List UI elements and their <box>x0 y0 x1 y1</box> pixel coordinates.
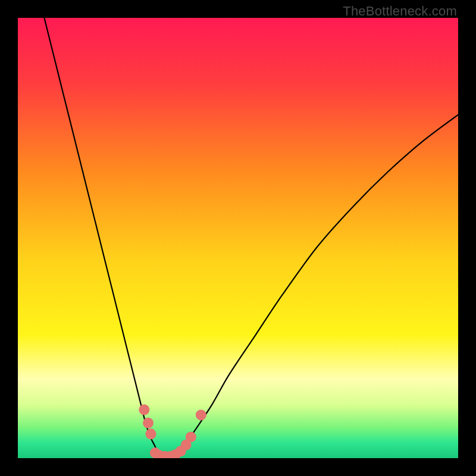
plot-area <box>18 18 458 458</box>
marker-dot <box>186 431 196 442</box>
chart-stage: TheBottleneck.com <box>0 0 476 476</box>
right-curve <box>172 115 458 458</box>
marker-dot <box>196 409 206 420</box>
curves-layer <box>18 18 458 458</box>
marker-dot <box>145 428 156 439</box>
marker-dot <box>139 405 149 415</box>
marker-dot <box>143 418 154 428</box>
watermark-text: TheBottleneck.com <box>343 4 457 19</box>
bottom-markers <box>139 405 206 458</box>
left-curve <box>44 18 163 458</box>
